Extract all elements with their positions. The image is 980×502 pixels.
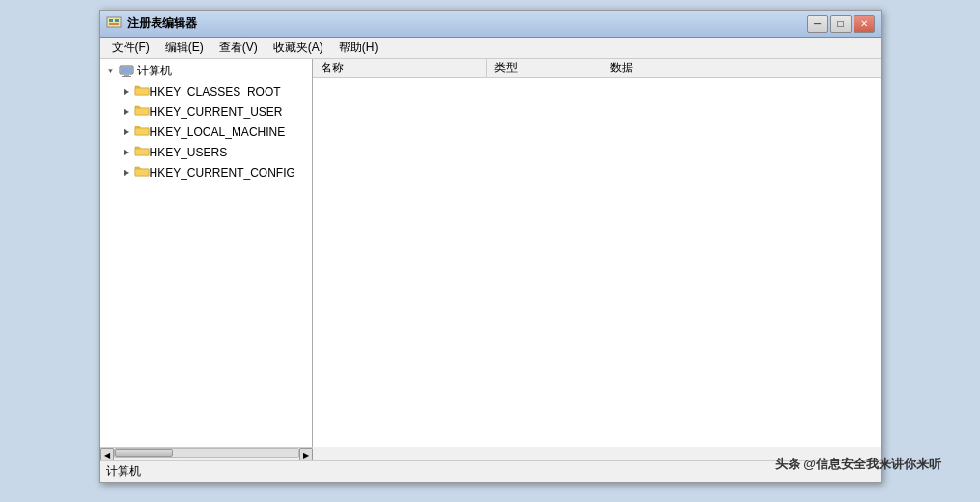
hkcr-expand-icon: ▶ [120,85,133,98]
tree-scrollbar[interactable]: ◀ ▶ [100,447,313,460]
app-icon [106,16,122,32]
col-data: 数据 [602,59,881,77]
hku-expand-icon: ▶ [120,146,133,159]
menu-favorites[interactable]: 收藏夹(A) [266,38,331,58]
scrollbar-thumb[interactable] [115,449,173,457]
svg-rect-5 [121,67,132,73]
minimize-button[interactable]: ─ [807,15,828,33]
hkcu-label: HKEY_CURRENT_USER [150,105,283,119]
menu-edit[interactable]: 编辑(E) [157,38,211,58]
svg-rect-11 [135,149,149,155]
svg-rect-7 [122,76,131,77]
col-type: 类型 [487,59,602,77]
hkcc-expand-icon: ▶ [120,166,133,180]
menu-file[interactable]: 文件(F) [104,38,157,58]
window-controls: ─ □ ✕ [807,15,875,33]
tree-pane[interactable]: ▼ 计算机 ▶ [100,59,313,447]
status-text: 计算机 [106,463,141,480]
tree-item-hklm[interactable]: ▶ HKEY_LOCAL_MACHINE [100,122,312,142]
folder-icon-hku [134,144,150,160]
scroll-left-arrow[interactable]: ◀ [100,448,114,461]
status-bar: 计算机 [100,460,881,482]
hkcc-label: HKEY_CURRENT_CONFIG [150,166,295,180]
right-pane: 名称 类型 数据 [313,59,881,447]
tree-item-hku[interactable]: ▶ HKEY_USERS [100,142,312,162]
tree-root-label: 计算机 [137,63,172,79]
folder-icon-hkcc [134,164,150,181]
svg-rect-9 [135,108,149,115]
svg-rect-1 [109,19,113,22]
svg-rect-6 [124,74,129,76]
right-pane-content [313,78,881,447]
close-button[interactable]: ✕ [854,15,875,33]
tree-root[interactable]: ▼ 计算机 [100,61,312,81]
root-expand-icon: ▼ [104,65,118,78]
title-bar: 注册表编辑器 ─ □ ✕ [100,11,881,38]
window-title: 注册表编辑器 [127,15,807,32]
menubar: 文件(F) 编辑(E) 查看(V) 收藏夹(A) 帮助(H) [100,38,881,59]
tree-item-hkcr[interactable]: ▶ HKEY_CLASSES_ROOT [100,81,312,101]
menu-help[interactable]: 帮助(H) [331,38,386,58]
col-name: 名称 [313,59,487,77]
hkcu-expand-icon: ▶ [120,105,133,119]
scrollbar-track[interactable] [114,448,299,458]
svg-rect-2 [115,19,119,22]
svg-rect-3 [109,23,119,25]
column-header: 名称 类型 数据 [313,59,881,78]
folder-icon-hkcr [134,83,150,99]
restore-button[interactable]: □ [830,15,852,33]
tree-item-hkcc[interactable]: ▶ HKEY_CURRENT_CONFIG [100,162,312,182]
hkcr-label: HKEY_CLASSES_ROOT [150,85,281,98]
folder-icon-hkcu [134,103,150,120]
menu-view[interactable]: 查看(V) [211,38,266,58]
watermark: 头条 @信息安全我来讲你来听 [775,456,941,473]
hklm-expand-icon: ▶ [120,126,133,139]
registry-editor-window: 注册表编辑器 ─ □ ✕ 文件(F) 编辑(E) 查看(V) 收藏夹(A) 帮助… [99,10,882,483]
content-area: ▼ 计算机 ▶ [100,59,881,447]
svg-rect-8 [135,88,149,95]
svg-rect-12 [135,169,149,176]
tree-item-hkcu[interactable]: ▶ HKEY_CURRENT_USER [100,101,312,122]
svg-rect-10 [135,128,149,135]
folder-icon-hklm [134,124,150,140]
computer-icon [119,65,134,78]
hklm-label: HKEY_LOCAL_MACHINE [150,126,286,139]
scroll-right-arrow[interactable]: ▶ [299,448,313,461]
hku-label: HKEY_USERS [150,146,228,159]
